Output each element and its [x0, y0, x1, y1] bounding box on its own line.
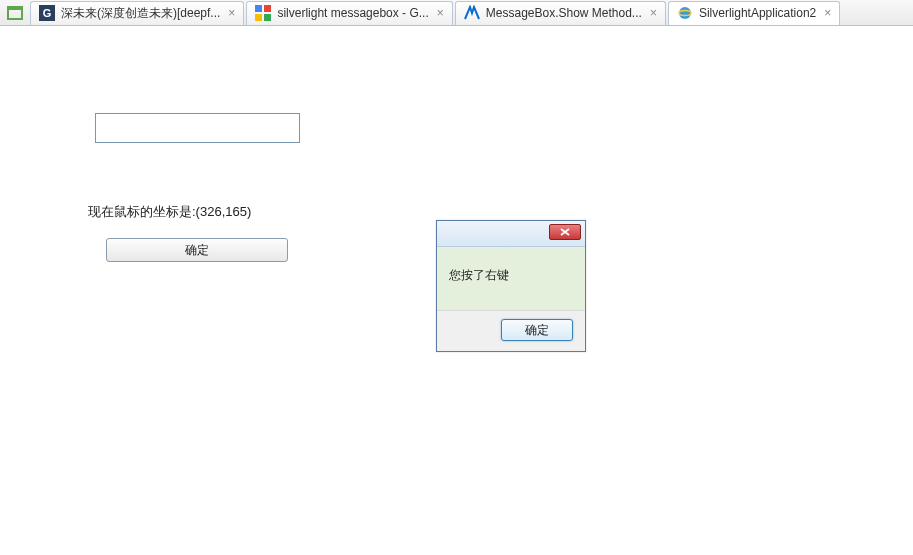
confirm-button[interactable]: 确定 — [106, 238, 288, 262]
tab-label: MessageBox.Show Method... — [486, 6, 642, 20]
tab-label: SilverlightApplication2 — [699, 6, 816, 20]
svg-rect-5 — [264, 5, 271, 12]
svg-rect-4 — [255, 5, 262, 12]
tab-deepfuture[interactable]: G 深未来(深度创造未来)[deepf... × — [30, 1, 244, 25]
svg-point-8 — [679, 7, 691, 19]
message-box-titlebar[interactable] — [437, 221, 585, 247]
text-input[interactable] — [95, 113, 300, 143]
favicon-ie-icon — [677, 5, 693, 21]
tab-close-icon[interactable]: × — [822, 7, 833, 19]
tab-label: silverlight messagebox - G... — [277, 6, 428, 20]
message-box-ok-button[interactable]: 确定 — [501, 319, 573, 341]
mouse-coordinate-label: 现在鼠标的坐标是:(326,165) — [88, 203, 251, 221]
svg-rect-1 — [8, 7, 22, 10]
message-box-text: 您按了右键 — [437, 247, 585, 311]
tab-msdn[interactable]: MessageBox.Show Method... × — [455, 1, 666, 25]
svg-rect-6 — [255, 14, 262, 21]
tab-silverlight-app[interactable]: SilverlightApplication2 × — [668, 1, 840, 25]
tab-label: 深未来(深度创造未来)[deepf... — [61, 5, 220, 22]
favicon-google-icon — [255, 5, 271, 21]
message-box-close-button[interactable] — [549, 224, 581, 240]
favicon-msdn-icon — [464, 5, 480, 21]
page-viewport: 现在鼠标的坐标是:(326,165) 确定 您按了右键 确定 — [0, 26, 913, 555]
svg-text:G: G — [43, 7, 52, 19]
favicon-deepfuture-icon: G — [39, 5, 55, 21]
tab-close-icon[interactable]: × — [435, 7, 446, 19]
window-menu-icon[interactable] — [3, 1, 27, 25]
close-icon — [560, 228, 570, 236]
tab-google-search[interactable]: silverlight messagebox - G... × — [246, 1, 452, 25]
svg-rect-7 — [264, 14, 271, 21]
tab-close-icon[interactable]: × — [648, 7, 659, 19]
message-box-dialog: 您按了右键 确定 — [436, 220, 586, 352]
message-box-footer: 确定 — [437, 311, 585, 351]
browser-tab-bar: G 深未来(深度创造未来)[deepf... × silverlight mes… — [0, 0, 913, 26]
tab-close-icon[interactable]: × — [226, 7, 237, 19]
